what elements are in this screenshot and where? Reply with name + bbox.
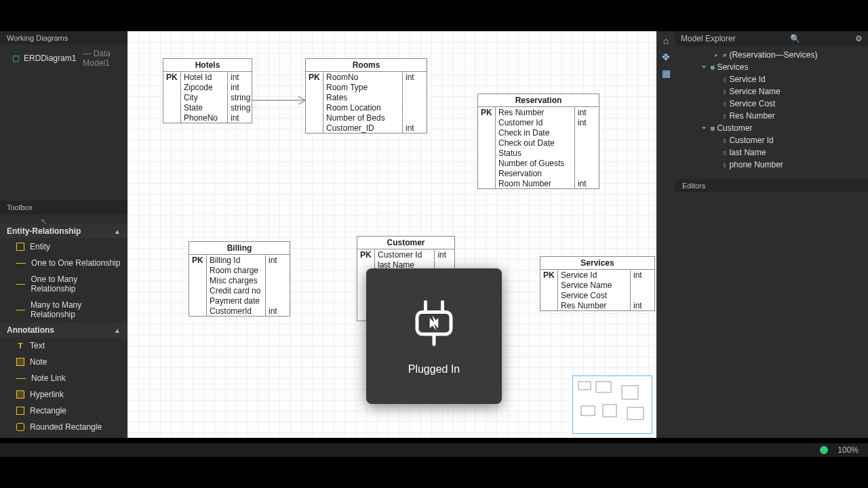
home-icon[interactable]: ⌂ xyxy=(663,35,669,46)
column-type: int xyxy=(227,82,252,92)
tool-entity[interactable]: Entity xyxy=(0,239,127,255)
tool-text[interactable]: TText xyxy=(0,338,127,354)
diagram-canvas[interactable]: HotelsPKHotel IdintZipcodeintCitystringS… xyxy=(127,31,656,438)
column-pk: PK xyxy=(357,249,375,260)
node-icon: ▦ xyxy=(711,64,714,70)
column-pk xyxy=(306,82,323,92)
column-name: RoomNo xyxy=(323,72,402,82)
expand-icon[interactable]: ⏷ xyxy=(700,125,708,131)
svg-rect-15 xyxy=(578,382,591,390)
tree-row[interactable]: ⏷▦Services xyxy=(675,61,868,73)
column-pk: PK xyxy=(540,270,558,280)
grid-icon[interactable]: ▦ xyxy=(662,68,671,79)
tool-rounded-rectangle[interactable]: Rounded Rectangle xyxy=(0,419,127,435)
column-type: int xyxy=(574,117,599,127)
svg-rect-19 xyxy=(603,405,616,417)
tree-label: phone Number xyxy=(729,160,783,169)
column-name: Payment date xyxy=(207,296,265,306)
tree-row[interactable]: ▸⇄(Reservation—Services) xyxy=(675,49,868,61)
column-type: int xyxy=(574,107,599,117)
tool-note[interactable]: Note xyxy=(0,354,127,370)
toolbox-title: Toolbox xyxy=(0,201,127,214)
svg-rect-16 xyxy=(596,382,611,392)
working-diagram-item[interactable]: ▢ ERDDiagram1 — Data Model1 xyxy=(0,45,127,72)
column-name: Customer Id xyxy=(375,249,434,260)
column-type: int xyxy=(265,306,290,316)
editors-title: Editors xyxy=(675,179,868,192)
one-to-many-icon xyxy=(16,284,25,285)
tool-hyperlink[interactable]: Hyperlink xyxy=(0,386,127,403)
note-icon xyxy=(16,358,24,366)
column-type xyxy=(574,148,599,158)
fit-icon[interactable]: ✥ xyxy=(662,52,670,62)
expand-icon[interactable]: ⏷ xyxy=(700,64,708,70)
column-name: Service Id xyxy=(558,270,630,280)
tool-one-to-many[interactable]: One to Many Relationship xyxy=(0,271,127,297)
column-name: Res Number xyxy=(496,107,574,117)
diagram-sub: — Data Model1 xyxy=(83,49,121,68)
note-link-icon xyxy=(16,378,26,379)
column-type: int xyxy=(574,178,599,188)
tree-row[interactable]: ▯last Name xyxy=(675,146,868,159)
section-annotations[interactable]: Annotations ▲ xyxy=(0,323,127,338)
entity-billing[interactable]: BillingPKBilling IdintRoom chargeMisc ch… xyxy=(189,241,290,317)
working-diagrams-title: Working Diagrams xyxy=(0,31,127,45)
column-pk xyxy=(306,123,323,133)
tree-row[interactable]: ▯Service Name xyxy=(675,85,868,98)
entity-services[interactable]: ServicesPKService IdintService NameServi… xyxy=(540,256,655,311)
column-pk xyxy=(306,92,323,102)
column-pk xyxy=(163,92,181,102)
entity-title: Reservation xyxy=(478,94,599,107)
tool-note-link[interactable]: Note Link xyxy=(0,370,127,386)
column-type xyxy=(574,138,599,148)
tree-row[interactable]: ▯Service Id xyxy=(675,73,868,85)
tree-label: Service Id xyxy=(729,75,765,84)
zoom-level[interactable]: 100% xyxy=(837,445,859,455)
tree-row[interactable]: ⏷▦Customer xyxy=(675,122,868,134)
search-icon[interactable]: 🔍 xyxy=(790,34,800,43)
column-pk xyxy=(540,300,558,310)
column-pk xyxy=(540,280,558,290)
expand-icon[interactable]: ▸ xyxy=(712,52,720,58)
tool-many-to-many[interactable]: Many to Many Relationship xyxy=(0,297,127,323)
gear-icon[interactable]: ⚙ xyxy=(855,34,863,43)
column-type xyxy=(265,285,290,296)
column-name: Zipcode xyxy=(181,82,227,92)
tree-row[interactable]: ▯Customer Id xyxy=(675,134,868,146)
svg-rect-17 xyxy=(622,386,638,399)
left-panel: Working Diagrams ▢ ERDDiagram1 — Data Mo… xyxy=(0,31,127,438)
column-type xyxy=(574,168,599,178)
column-pk xyxy=(163,102,181,113)
section-entity-relationship[interactable]: Entity-Relationship ▲ xyxy=(0,224,127,239)
column-name: Check in Date xyxy=(496,127,574,138)
column-pk xyxy=(478,178,496,188)
node-icon: ▦ xyxy=(711,125,714,131)
column-pk xyxy=(478,127,496,138)
column-type xyxy=(265,296,290,306)
column-name: Status xyxy=(496,148,574,158)
tool-rectangle[interactable]: Rectangle xyxy=(0,403,127,419)
column-type xyxy=(265,275,290,285)
tree-label: last Name xyxy=(729,148,766,157)
node-icon: ▯ xyxy=(723,76,726,83)
tool-one-to-one[interactable]: One to One Relationship xyxy=(0,255,127,271)
notification-text: Plugged In xyxy=(408,363,460,375)
column-pk xyxy=(189,296,207,306)
tree-row[interactable]: ▯phone Number xyxy=(675,159,868,171)
entity-title: Hotels xyxy=(163,59,252,72)
svg-rect-20 xyxy=(627,407,644,420)
one-to-one-icon xyxy=(16,263,26,264)
column-type: int xyxy=(402,123,427,133)
model-tree[interactable]: ▸⇄(Reservation—Services)⏷▦Services▯Servi… xyxy=(675,46,868,174)
column-name: Customer Id xyxy=(496,117,574,127)
minimap[interactable] xyxy=(572,375,652,434)
column-name: Service Name xyxy=(558,280,630,290)
hyperlink-icon xyxy=(16,390,24,399)
tree-row[interactable]: ▯Service Cost xyxy=(675,98,868,110)
entity-reservation[interactable]: ReservationPKRes NumberintCustomer Idint… xyxy=(477,94,599,189)
node-icon: ▯ xyxy=(723,137,726,144)
entity-hotels[interactable]: HotelsPKHotel IdintZipcodeintCitystringS… xyxy=(163,58,252,123)
tree-label: (Reservation—Services) xyxy=(729,50,817,60)
tree-row[interactable]: ▯Res Number xyxy=(675,110,868,122)
entity-rooms[interactable]: RoomsPKRoomNointRoom TypeRatesRoom Locat… xyxy=(305,58,427,134)
